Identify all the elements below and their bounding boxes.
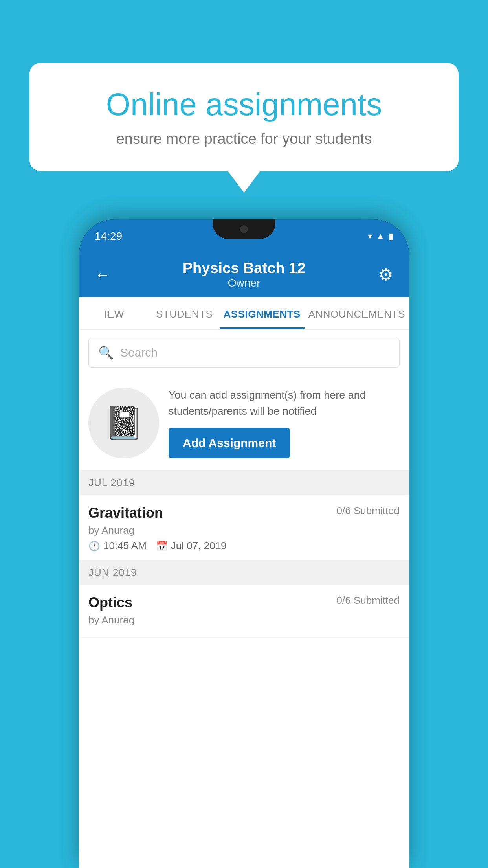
assignment-name-optics: Optics: [88, 594, 132, 611]
signal-icon: ▲: [376, 231, 385, 241]
settings-icon[interactable]: ⚙: [374, 265, 393, 284]
speech-bubble: Online assignments ensure more practice …: [29, 63, 459, 171]
promo-text: You can add assignment(s) from here and …: [169, 387, 400, 419]
tab-students[interactable]: STUDENTS: [149, 297, 220, 329]
assignment-item-optics[interactable]: Optics 0/6 Submitted by Anurag: [79, 585, 409, 638]
speech-bubble-container: Online assignments ensure more practice …: [29, 63, 459, 171]
status-icons: ▾ ▲ ▮: [368, 231, 393, 241]
assignment-submitted-gravitation: 0/6 Submitted: [337, 505, 400, 517]
header-center: Physics Batch 12 Owner: [114, 260, 374, 289]
header-title: Physics Batch 12: [114, 260, 374, 277]
assignment-item-gravitation[interactable]: Gravitation 0/6 Submitted by Anurag 🕐 10…: [79, 495, 409, 560]
tab-announcements[interactable]: ANNOUNCEMENTS: [305, 297, 409, 329]
promo-right: You can add assignment(s) from here and …: [169, 387, 400, 458]
app-header: ← Physics Batch 12 Owner ⚙: [79, 253, 409, 297]
search-icon: 🔍: [98, 345, 114, 360]
status-bar: 14:29 ▾ ▲ ▮: [79, 219, 409, 253]
assignment-by-optics: by Anurag: [88, 614, 400, 626]
clock-icon: 🕐: [88, 541, 100, 552]
battery-icon: ▮: [389, 231, 393, 241]
promo-section: 📓 You can add assignment(s) from here an…: [79, 375, 409, 471]
assignment-top: Gravitation 0/6 Submitted: [88, 505, 400, 521]
wifi-icon: ▾: [368, 231, 372, 241]
phone-screen: 🔍 Search 📓 You can add assignment(s) fro…: [79, 330, 409, 868]
phone-frame: 14:29 ▾ ▲ ▮ ← Physics Batch 12 Owner ⚙ I…: [79, 219, 409, 868]
assignment-by-gravitation: by Anurag: [88, 524, 400, 537]
back-button[interactable]: ←: [95, 266, 114, 283]
month-header-jul: JUL 2019: [79, 471, 409, 495]
status-time: 14:29: [95, 230, 122, 243]
header-subtitle: Owner: [114, 277, 374, 289]
tab-iew[interactable]: IEW: [79, 297, 149, 329]
add-assignment-button[interactable]: Add Assignment: [169, 428, 290, 458]
search-bar[interactable]: 🔍 Search: [88, 338, 400, 368]
calendar-icon: 📅: [156, 541, 168, 552]
bubble-subtitle: ensure more practice for your students: [57, 131, 431, 147]
assignment-meta-gravitation: 🕐 10:45 AM 📅 Jul 07, 2019: [88, 540, 400, 552]
assignment-time: 🕐 10:45 AM: [88, 540, 147, 552]
promo-icon-circle: 📓: [88, 388, 159, 458]
month-header-jun: JUN 2019: [79, 560, 409, 585]
assignment-time-value: 10:45 AM: [103, 540, 147, 552]
search-container: 🔍 Search: [79, 330, 409, 375]
search-input[interactable]: Search: [120, 346, 158, 359]
assignment-submitted-optics: 0/6 Submitted: [337, 594, 400, 607]
camera: [240, 225, 248, 233]
notebook-icon: 📓: [104, 405, 143, 441]
notch: [213, 219, 275, 239]
tabs-bar: IEW STUDENTS ASSIGNMENTS ANNOUNCEMENTS: [79, 297, 409, 330]
assignment-date: 📅 Jul 07, 2019: [156, 540, 227, 552]
bubble-title: Online assignments: [57, 86, 431, 123]
tab-assignments[interactable]: ASSIGNMENTS: [220, 297, 305, 329]
assignment-name-gravitation: Gravitation: [88, 505, 163, 521]
assignment-date-value: Jul 07, 2019: [171, 540, 227, 552]
assignment-top-optics: Optics 0/6 Submitted: [88, 594, 400, 611]
